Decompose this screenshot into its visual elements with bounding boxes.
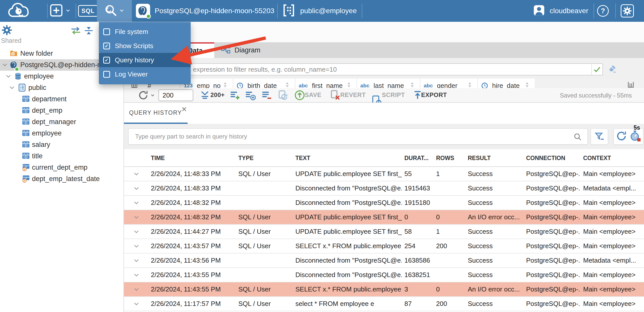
schema-selector[interactable]: public@employee xyxy=(282,0,357,22)
menu-item-show-scripts[interactable]: ✓Show Scripts xyxy=(99,39,191,53)
row-limit-input[interactable] xyxy=(158,89,193,101)
settings-button[interactable] xyxy=(621,0,634,22)
expand-row-chevron-icon[interactable] xyxy=(133,185,140,193)
sort-icon[interactable] xyxy=(346,82,351,88)
refresh-chevron-icon[interactable] xyxy=(150,92,155,99)
history-row[interactable]: 2/26/2024, 11:43:57 PMSQL / UserSELECT x… xyxy=(124,239,644,253)
sidebar-item-dept-manager[interactable]: dept_manager xyxy=(0,116,123,128)
refresh-icon[interactable] xyxy=(616,130,627,143)
checkbox-unchecked-icon[interactable] xyxy=(103,71,110,78)
sidebar-item-dept-emp-latest-date[interactable]: dept_emp_latest_date xyxy=(0,173,123,185)
help-button[interactable] xyxy=(597,0,609,22)
history-column-connection[interactable]: CONNECTION xyxy=(526,155,565,162)
history-column-time[interactable]: TIME xyxy=(151,155,165,162)
history-column-durat[interactable]: DURAT... xyxy=(404,155,428,162)
expand-row-chevron-icon[interactable] xyxy=(133,286,140,295)
history-row[interactable]: 2/26/2024, 11:43:55 PMDisconnected from … xyxy=(124,268,644,282)
collapse-all-icon[interactable] xyxy=(84,26,94,37)
script-button[interactable]: SCRIPT xyxy=(382,91,405,99)
sql-editor-button[interactable]: SQL xyxy=(78,0,98,22)
grid-column-last-name[interactable]: abclast_name xyxy=(356,79,420,88)
grid-column-gender[interactable]: abcgender xyxy=(420,79,477,88)
history-row[interactable]: 2/26/2024, 11:48:32 PMDisconnected from … xyxy=(124,196,644,210)
cloudbeaver-logo-icon[interactable] xyxy=(6,0,32,22)
save-icon[interactable] xyxy=(294,90,305,102)
expand-row-chevron-icon[interactable] xyxy=(133,228,140,237)
expand-row-chevron-icon[interactable] xyxy=(133,171,140,179)
sort-icon[interactable] xyxy=(525,82,530,88)
history-row[interactable]: 2/26/2024, 11:43:55 PMSQL / UserSELECT x… xyxy=(124,282,644,297)
sidebar-item-department[interactable]: department xyxy=(0,93,123,105)
history-column-text[interactable]: TEXT xyxy=(295,155,310,162)
checkbox-unchecked-icon[interactable] xyxy=(103,28,110,35)
sort-icon[interactable] xyxy=(467,82,472,88)
history-column-rows[interactable]: ROWS xyxy=(436,155,454,162)
history-row[interactable]: 2/26/2024, 11:48:33 PMDisconnected from … xyxy=(124,181,644,196)
sort-icon[interactable] xyxy=(223,82,228,88)
history-row[interactable]: 2/26/2024, 11:17:57 PMSQL / Userselect *… xyxy=(124,297,644,311)
fetch-more-button[interactable]: 200+ xyxy=(210,91,225,99)
history-row[interactable]: 2/26/2024, 11:48:32 PMSQL / UserUPDATE p… xyxy=(124,210,644,225)
history-cell-result: Success xyxy=(468,167,525,181)
sidebar-item-dept-emp[interactable]: dept_emp xyxy=(0,105,123,116)
menu-item-file-system[interactable]: File system xyxy=(99,25,191,39)
auto-refresh-timer-icon[interactable] xyxy=(629,130,641,143)
sidebar-item-title[interactable]: title xyxy=(0,150,123,162)
history-column-context[interactable]: CONTEXT xyxy=(583,155,611,162)
menu-item-log-viewer[interactable]: Log Viewer xyxy=(99,67,191,81)
grid-column-first-name[interactable]: abcfirst_name xyxy=(295,79,356,88)
expand-row-chevron-icon[interactable] xyxy=(133,214,140,222)
expander-chevron-icon[interactable] xyxy=(2,62,8,70)
expand-row-chevron-icon[interactable] xyxy=(133,200,140,208)
save-button[interactable]: SAVE xyxy=(305,91,321,99)
auto-refresh-script-icon[interactable] xyxy=(278,90,288,102)
grid-column-birth-date[interactable]: birth_date xyxy=(233,79,295,88)
grid-icon[interactable] xyxy=(627,81,634,88)
sync-connections-icon[interactable] xyxy=(70,26,82,36)
filter-expression-input[interactable] xyxy=(132,64,642,75)
duplicate-row-icon[interactable] xyxy=(245,90,256,102)
history-cell-type: SQL / User xyxy=(238,225,292,239)
tab-diagram[interactable]: Diagram xyxy=(214,42,267,58)
sidebar-item-employee[interactable]: employee xyxy=(0,128,123,139)
expand-row-chevron-icon[interactable] xyxy=(133,301,140,309)
tools-menu-button[interactable] xyxy=(97,0,132,22)
history-search-input[interactable] xyxy=(129,129,576,144)
revert-icon[interactable] xyxy=(330,90,341,102)
connection-selector[interactable]: PostgreSQL@ep-hidden-moon-55203 xyxy=(136,0,274,22)
checkbox-checked-icon[interactable]: ✓ xyxy=(103,57,110,64)
sort-icon[interactable] xyxy=(410,82,415,88)
add-row-icon[interactable] xyxy=(229,90,241,102)
history-column-type[interactable]: TYPE xyxy=(238,155,254,162)
sort-icon[interactable] xyxy=(285,82,290,88)
expand-row-chevron-icon[interactable] xyxy=(133,243,140,251)
history-column-result[interactable]: RESULT xyxy=(468,155,491,162)
checkbox-checked-icon[interactable]: ✓ xyxy=(103,43,110,49)
user-menu[interactable]: cloudbeaver xyxy=(533,0,588,22)
history-filter-button[interactable] xyxy=(591,128,608,145)
sidebar-item-salary[interactable]: salary xyxy=(0,139,123,150)
history-row[interactable]: 2/26/2024, 11:48:33 PMSQL / UserUPDATE p… xyxy=(124,167,644,181)
expander-chevron-icon[interactable] xyxy=(5,73,12,81)
history-row[interactable]: 2/26/2024, 11:44:27 PMSQL / UserUPDATE p… xyxy=(124,225,644,239)
revert-button[interactable]: REVERT xyxy=(340,91,366,99)
apply-filter-button[interactable] xyxy=(591,64,602,75)
fetch-more-icon[interactable] xyxy=(200,90,210,102)
query-history-tab[interactable]: QUERY HISTORY xyxy=(129,109,182,116)
clear-filter-eraser-icon[interactable] xyxy=(607,64,617,75)
history-cell-text: UPDATE public.employee SET first_... xyxy=(295,210,402,224)
history-row[interactable]: 2/26/2024, 11:43:56 PMDisconnected from … xyxy=(124,253,644,268)
grid-column-hire-date[interactable]: hire_date xyxy=(477,79,535,88)
expand-row-chevron-icon[interactable] xyxy=(133,257,140,266)
sidebar-item-current-dept-emp[interactable]: current_dept_emp xyxy=(0,162,123,173)
delete-row-icon[interactable] xyxy=(261,90,272,102)
expander-chevron-icon[interactable] xyxy=(9,84,15,93)
expand-row-chevron-icon[interactable] xyxy=(133,272,140,280)
menu-item-query-history[interactable]: ✓Query history xyxy=(99,53,191,67)
refresh-icon[interactable] xyxy=(138,90,149,102)
new-connection-button[interactable] xyxy=(50,0,71,22)
export-button[interactable]: EXPORT xyxy=(421,91,447,99)
sidebar-settings-gear-icon[interactable] xyxy=(2,25,12,36)
close-icon[interactable] xyxy=(181,105,187,113)
grid-column-label: first_name xyxy=(312,82,343,88)
